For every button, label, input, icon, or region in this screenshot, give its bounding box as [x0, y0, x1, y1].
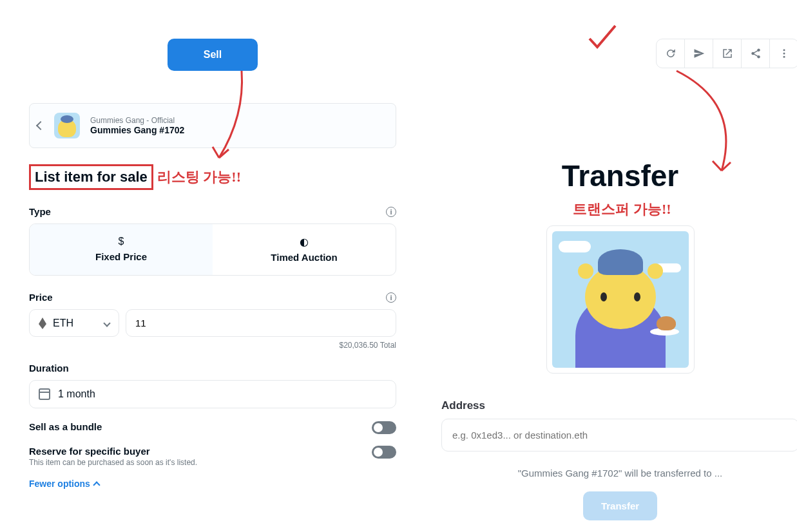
type-toggle: $ Fixed Price ◐ Timed Auction	[29, 223, 396, 276]
bundle-toggle[interactable]	[372, 421, 396, 434]
reserve-label: Reserve for specific buyer	[29, 446, 197, 457]
type-label: Type i	[29, 206, 396, 217]
transfer-button[interactable]: Transfer	[583, 491, 657, 520]
duration-value: 1 month	[58, 388, 95, 400]
listing-panel: Sell Gummies Gang - Official Gummies Gan…	[29, 39, 396, 489]
nft-name: Gummies Gang #1702	[90, 125, 184, 135]
currency-select[interactable]: ETH	[29, 309, 119, 337]
external-link-button[interactable]	[713, 39, 742, 68]
info-icon[interactable]: i	[386, 207, 396, 217]
price-input[interactable]	[126, 309, 396, 337]
chevron-up-icon	[93, 481, 100, 488]
svg-point-1	[783, 53, 785, 55]
nft-thumbnail	[54, 113, 80, 138]
chevron-down-icon	[103, 319, 110, 327]
sell-button[interactable]: Sell	[168, 39, 258, 71]
currency-label: ETH	[53, 318, 73, 329]
more-icon	[778, 48, 790, 59]
info-icon[interactable]: i	[386, 292, 396, 303]
type-fixed-price[interactable]: $ Fixed Price	[30, 224, 213, 275]
page-title: List item for sale	[35, 169, 148, 185]
address-label: Address	[441, 399, 797, 412]
eth-icon	[39, 318, 46, 329]
collection-name: Gummies Gang - Official	[90, 116, 184, 125]
action-group	[656, 39, 797, 68]
breadcrumb: Gummies Gang - Official Gummies Gang #17…	[29, 103, 396, 148]
bundle-row: Sell as a bundle	[29, 421, 396, 434]
svg-point-2	[783, 56, 785, 58]
nft-card	[546, 225, 695, 374]
type-timed-auction[interactable]: ◐ Timed Auction	[213, 224, 396, 275]
fewer-options-link[interactable]: Fewer options	[29, 479, 396, 489]
send-button[interactable]	[685, 39, 713, 68]
send-icon	[693, 48, 705, 59]
bundle-label: Sell as a bundle	[29, 421, 102, 432]
calendar-icon	[39, 388, 50, 400]
dollar-icon: $	[30, 236, 213, 247]
transfer-note: "Gummies Gang #1702" will be transferred…	[441, 468, 797, 479]
action-bar	[441, 39, 797, 68]
reserve-row: Reserve for specific buyer This item can…	[29, 446, 396, 467]
refresh-button[interactable]	[657, 39, 685, 68]
listing-annotation: 리스팅 가능!!	[157, 167, 241, 187]
more-button[interactable]	[770, 39, 797, 68]
breadcrumb-text: Gummies Gang - Official Gummies Gang #17…	[90, 116, 184, 135]
price-total: $20,036.50 Total	[29, 341, 396, 350]
sell-row: Sell	[29, 39, 396, 71]
clock-icon: ◐	[213, 236, 396, 248]
transfer-annotation: 트랜스퍼 가능!!	[445, 200, 797, 219]
nft-image	[552, 231, 689, 368]
listing-title-row: List item for sale 리스팅 가능!!	[29, 164, 396, 190]
listing-title-highlight: List item for sale	[29, 164, 153, 190]
price-row: ETH	[29, 309, 396, 337]
duration-label: Duration	[29, 363, 396, 374]
reserve-help: This item can be purchased as soon as it…	[29, 458, 197, 467]
share-icon	[750, 48, 762, 59]
back-chevron-icon[interactable]	[36, 121, 45, 130]
transfer-panel: Transfer 트랜스퍼 가능!! Address "Gummies Gang…	[441, 39, 797, 520]
share-button[interactable]	[742, 39, 770, 68]
reserve-toggle[interactable]	[372, 446, 396, 459]
external-link-icon	[722, 48, 733, 59]
price-label: Price i	[29, 292, 396, 303]
refresh-icon	[665, 48, 677, 59]
address-input[interactable]	[441, 419, 797, 451]
duration-field[interactable]: 1 month	[29, 380, 396, 408]
transfer-title: Transfer	[441, 158, 797, 193]
svg-point-0	[783, 49, 785, 51]
